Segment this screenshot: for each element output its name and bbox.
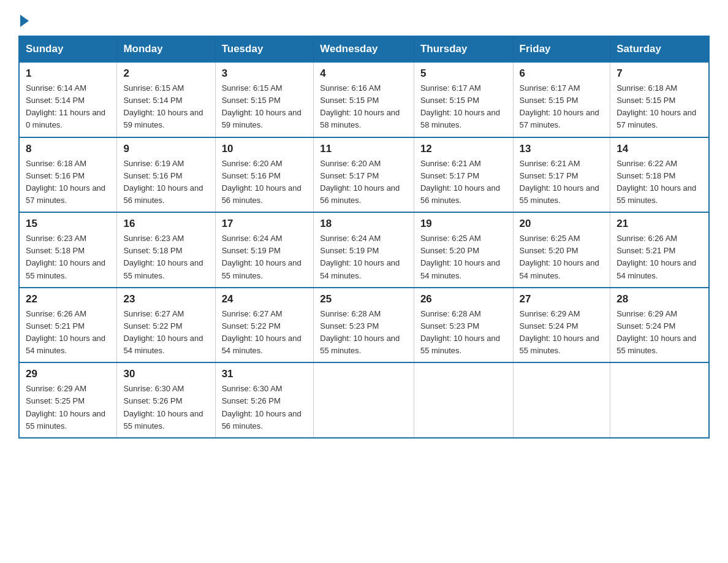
calendar-cell: 23 Sunrise: 6:27 AM Sunset: 5:22 PM Dayl… bbox=[117, 288, 215, 363]
day-info: Sunrise: 6:17 AM Sunset: 5:15 PM Dayligh… bbox=[420, 82, 507, 132]
day-info: Sunrise: 6:27 AM Sunset: 5:22 PM Dayligh… bbox=[222, 308, 308, 358]
day-info: Sunrise: 6:29 AM Sunset: 5:24 PM Dayligh… bbox=[520, 308, 604, 358]
logo-arrow-icon bbox=[20, 15, 29, 27]
day-number: 30 bbox=[123, 368, 208, 380]
day-info: Sunrise: 6:25 AM Sunset: 5:20 PM Dayligh… bbox=[420, 232, 507, 282]
calendar-cell: 4 Sunrise: 6:16 AM Sunset: 5:15 PM Dayli… bbox=[314, 62, 414, 137]
day-info: Sunrise: 6:24 AM Sunset: 5:19 PM Dayligh… bbox=[320, 232, 408, 282]
day-number: 13 bbox=[520, 143, 604, 155]
day-number: 18 bbox=[320, 218, 408, 230]
calendar-cell: 11 Sunrise: 6:20 AM Sunset: 5:17 PM Dayl… bbox=[314, 137, 414, 213]
day-number: 20 bbox=[520, 218, 604, 230]
day-info: Sunrise: 6:21 AM Sunset: 5:17 PM Dayligh… bbox=[420, 158, 507, 207]
day-number: 1 bbox=[26, 67, 110, 80]
day-info: Sunrise: 6:25 AM Sunset: 5:20 PM Dayligh… bbox=[520, 232, 604, 282]
day-info: Sunrise: 6:26 AM Sunset: 5:21 PM Dayligh… bbox=[26, 308, 110, 358]
day-number: 11 bbox=[320, 143, 408, 155]
week-row-5: 29 Sunrise: 6:29 AM Sunset: 5:25 PM Dayl… bbox=[19, 362, 709, 438]
calendar-cell: 18 Sunrise: 6:24 AM Sunset: 5:19 PM Dayl… bbox=[314, 212, 414, 288]
calendar-cell: 8 Sunrise: 6:18 AM Sunset: 5:16 PM Dayli… bbox=[19, 137, 117, 213]
page-header bbox=[18, 12, 710, 25]
day-number: 3 bbox=[222, 67, 308, 80]
day-info: Sunrise: 6:30 AM Sunset: 5:26 PM Dayligh… bbox=[222, 383, 308, 432]
header-cell-saturday: Saturday bbox=[610, 36, 709, 62]
day-info: Sunrise: 6:29 AM Sunset: 5:24 PM Dayligh… bbox=[616, 308, 702, 358]
day-number: 10 bbox=[222, 143, 308, 155]
day-number: 6 bbox=[520, 67, 604, 80]
header-cell-wednesday: Wednesday bbox=[314, 36, 414, 62]
calendar-cell: 9 Sunrise: 6:19 AM Sunset: 5:16 PM Dayli… bbox=[117, 137, 215, 213]
header-cell-sunday: Sunday bbox=[19, 36, 117, 62]
header-row: SundayMondayTuesdayWednesdayThursdayFrid… bbox=[19, 36, 709, 62]
day-info: Sunrise: 6:22 AM Sunset: 5:18 PM Dayligh… bbox=[616, 158, 702, 207]
day-number: 8 bbox=[26, 143, 110, 155]
day-number: 9 bbox=[123, 143, 208, 155]
day-info: Sunrise: 6:21 AM Sunset: 5:17 PM Dayligh… bbox=[520, 158, 604, 207]
day-number: 14 bbox=[616, 143, 702, 155]
calendar-cell bbox=[513, 362, 610, 438]
day-number: 16 bbox=[123, 218, 208, 230]
week-row-2: 8 Sunrise: 6:18 AM Sunset: 5:16 PM Dayli… bbox=[19, 137, 709, 213]
week-row-4: 22 Sunrise: 6:26 AM Sunset: 5:21 PM Dayl… bbox=[19, 288, 709, 363]
header-cell-tuesday: Tuesday bbox=[215, 36, 314, 62]
calendar-cell: 30 Sunrise: 6:30 AM Sunset: 5:26 PM Dayl… bbox=[117, 362, 215, 438]
day-number: 5 bbox=[420, 67, 507, 80]
day-number: 25 bbox=[320, 293, 408, 305]
day-info: Sunrise: 6:20 AM Sunset: 5:16 PM Dayligh… bbox=[222, 158, 308, 207]
calendar-cell: 5 Sunrise: 6:17 AM Sunset: 5:15 PM Dayli… bbox=[414, 62, 513, 137]
calendar-table: SundayMondayTuesdayWednesdayThursdayFrid… bbox=[18, 36, 710, 439]
day-info: Sunrise: 6:18 AM Sunset: 5:16 PM Dayligh… bbox=[26, 158, 110, 207]
day-number: 15 bbox=[26, 218, 110, 230]
day-info: Sunrise: 6:15 AM Sunset: 5:14 PM Dayligh… bbox=[123, 82, 208, 132]
day-info: Sunrise: 6:15 AM Sunset: 5:15 PM Dayligh… bbox=[222, 82, 308, 132]
day-number: 22 bbox=[26, 293, 110, 305]
day-number: 28 bbox=[616, 293, 702, 305]
calendar-cell: 29 Sunrise: 6:29 AM Sunset: 5:25 PM Dayl… bbox=[19, 362, 117, 438]
calendar-cell: 22 Sunrise: 6:26 AM Sunset: 5:21 PM Dayl… bbox=[19, 288, 117, 363]
day-info: Sunrise: 6:26 AM Sunset: 5:21 PM Dayligh… bbox=[616, 232, 702, 282]
day-number: 2 bbox=[123, 67, 208, 80]
day-info: Sunrise: 6:16 AM Sunset: 5:15 PM Dayligh… bbox=[320, 82, 408, 132]
calendar-cell: 15 Sunrise: 6:23 AM Sunset: 5:18 PM Dayl… bbox=[19, 212, 117, 288]
day-number: 7 bbox=[616, 67, 702, 80]
header-cell-thursday: Thursday bbox=[414, 36, 513, 62]
calendar-cell: 24 Sunrise: 6:27 AM Sunset: 5:22 PM Dayl… bbox=[215, 288, 314, 363]
calendar-cell: 12 Sunrise: 6:21 AM Sunset: 5:17 PM Dayl… bbox=[414, 137, 513, 213]
calendar-cell: 25 Sunrise: 6:28 AM Sunset: 5:23 PM Dayl… bbox=[314, 288, 414, 363]
week-row-1: 1 Sunrise: 6:14 AM Sunset: 5:14 PM Dayli… bbox=[19, 62, 709, 137]
day-number: 19 bbox=[420, 218, 507, 230]
day-number: 12 bbox=[420, 143, 507, 155]
calendar-cell: 27 Sunrise: 6:29 AM Sunset: 5:24 PM Dayl… bbox=[513, 288, 610, 363]
day-info: Sunrise: 6:18 AM Sunset: 5:15 PM Dayligh… bbox=[616, 82, 702, 132]
day-info: Sunrise: 6:14 AM Sunset: 5:14 PM Dayligh… bbox=[26, 82, 110, 132]
header-cell-monday: Monday bbox=[117, 36, 215, 62]
day-number: 31 bbox=[222, 368, 308, 380]
calendar-cell: 17 Sunrise: 6:24 AM Sunset: 5:19 PM Dayl… bbox=[215, 212, 314, 288]
calendar-cell: 7 Sunrise: 6:18 AM Sunset: 5:15 PM Dayli… bbox=[610, 62, 709, 137]
calendar-cell: 28 Sunrise: 6:29 AM Sunset: 5:24 PM Dayl… bbox=[610, 288, 709, 363]
week-row-3: 15 Sunrise: 6:23 AM Sunset: 5:18 PM Dayl… bbox=[19, 212, 709, 288]
calendar-cell: 19 Sunrise: 6:25 AM Sunset: 5:20 PM Dayl… bbox=[414, 212, 513, 288]
day-info: Sunrise: 6:17 AM Sunset: 5:15 PM Dayligh… bbox=[520, 82, 604, 132]
calendar-cell bbox=[610, 362, 709, 438]
calendar-header: SundayMondayTuesdayWednesdayThursdayFrid… bbox=[19, 36, 709, 62]
calendar-cell: 26 Sunrise: 6:28 AM Sunset: 5:23 PM Dayl… bbox=[414, 288, 513, 363]
calendar-cell: 2 Sunrise: 6:15 AM Sunset: 5:14 PM Dayli… bbox=[117, 62, 215, 137]
day-number: 29 bbox=[26, 368, 110, 380]
calendar-cell bbox=[414, 362, 513, 438]
calendar-cell: 6 Sunrise: 6:17 AM Sunset: 5:15 PM Dayli… bbox=[513, 62, 610, 137]
day-info: Sunrise: 6:20 AM Sunset: 5:17 PM Dayligh… bbox=[320, 158, 408, 207]
calendar-cell: 1 Sunrise: 6:14 AM Sunset: 5:14 PM Dayli… bbox=[19, 62, 117, 137]
day-info: Sunrise: 6:24 AM Sunset: 5:19 PM Dayligh… bbox=[222, 232, 308, 282]
day-number: 23 bbox=[123, 293, 208, 305]
day-info: Sunrise: 6:29 AM Sunset: 5:25 PM Dayligh… bbox=[26, 383, 110, 432]
calendar-body: 1 Sunrise: 6:14 AM Sunset: 5:14 PM Dayli… bbox=[19, 62, 709, 438]
day-number: 27 bbox=[520, 293, 604, 305]
calendar-cell: 10 Sunrise: 6:20 AM Sunset: 5:16 PM Dayl… bbox=[215, 137, 314, 213]
header-cell-friday: Friday bbox=[513, 36, 610, 62]
day-info: Sunrise: 6:23 AM Sunset: 5:18 PM Dayligh… bbox=[123, 232, 208, 282]
calendar-cell bbox=[314, 362, 414, 438]
day-number: 21 bbox=[616, 218, 702, 230]
day-number: 26 bbox=[420, 293, 507, 305]
calendar-cell: 21 Sunrise: 6:26 AM Sunset: 5:21 PM Dayl… bbox=[610, 212, 709, 288]
